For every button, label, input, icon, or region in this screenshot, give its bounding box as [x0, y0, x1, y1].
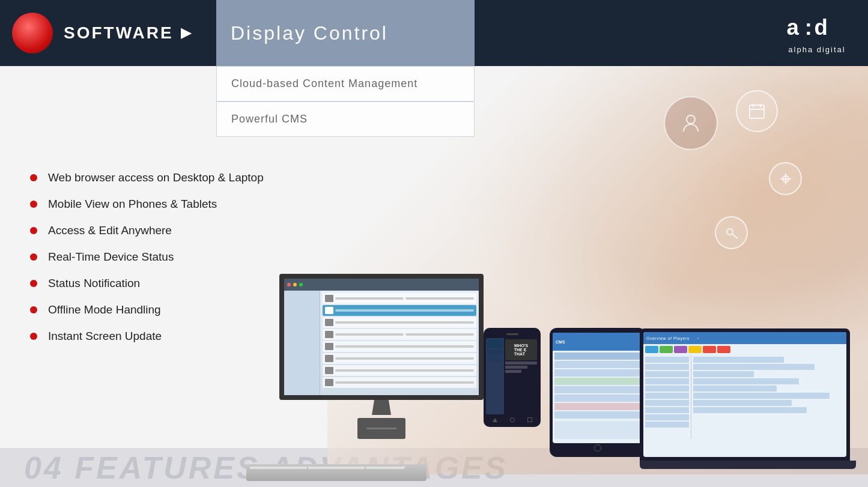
phone-home-icon [510, 417, 515, 422]
brand-logo: a : d [784, 12, 850, 42]
display-control-tab[interactable]: Display Control [216, 0, 475, 66]
touch-icon [769, 162, 802, 195]
feature-item-2: Mobile View on Phones & Tablets [30, 198, 264, 211]
feature-text-3: Access & Edit Anywhere [48, 224, 172, 237]
laptop-device: Overview of Players › [640, 328, 856, 469]
logo-area: SOFTWARE ▶ [0, 13, 216, 53]
phone-back-icon [493, 418, 497, 422]
keyboard-area [240, 464, 432, 481]
calendar-icon [736, 90, 778, 132]
tablet-device: CMS [550, 328, 652, 457]
feature-list: Web browser access on Desktop & Laptop M… [30, 171, 264, 356]
bullet-6 [30, 306, 37, 313]
logo-circle [12, 13, 53, 53]
feature-text-5: Status Notification [48, 277, 140, 290]
feature-text-1: Web browser access on Desktop & Laptop [48, 171, 264, 184]
feature-text-7: Instant Screen Update [48, 330, 162, 343]
svg-rect-4 [750, 105, 764, 118]
brand-name: alpha digital [788, 45, 845, 54]
feature-item-1: Web browser access on Desktop & Laptop [30, 171, 264, 184]
laptop-base [640, 461, 856, 469]
key-icon [715, 216, 748, 249]
phone-recent-icon [527, 417, 532, 422]
feature-item-7: Instant Screen Update [30, 330, 264, 343]
header: SOFTWARE ▶ Display Control a : d alpha d… [0, 0, 868, 66]
feature-item-5: Status Notification [30, 277, 264, 290]
feature-text-2: Mobile View on Phones & Tablets [48, 198, 217, 211]
svg-text:a: a [787, 16, 800, 40]
feature-text-4: Real-Time Device Status [48, 250, 174, 264]
monitor-stand [369, 400, 393, 415]
keyboard [246, 464, 426, 481]
monitor-box [357, 418, 405, 439]
monitor-screen [279, 274, 484, 400]
software-text: SOFTWARE [64, 23, 174, 43]
feature-item-3: Access & Edit Anywhere [30, 224, 264, 237]
feature-text-6: Offline Mode Handling [48, 303, 161, 316]
svg-point-3 [687, 115, 695, 124]
bullet-3 [30, 227, 37, 234]
software-label: SOFTWARE ▶ [64, 23, 193, 43]
bullet-2 [30, 201, 37, 208]
svg-text:d: d [814, 16, 827, 40]
bullet-4 [30, 253, 37, 261]
feature-item-4: Real-Time Device Status [30, 250, 264, 264]
bullet-5 [30, 280, 37, 287]
svg-point-9 [727, 229, 733, 235]
feature-item-6: Offline Mode Handling [30, 303, 264, 316]
vmr-icon [664, 96, 718, 150]
brand-logo-area: a : d alpha digital [784, 12, 868, 53]
bullet-1 [30, 174, 37, 181]
svg-text::: : [805, 16, 812, 40]
dropdown-container: Cloud-based Content Management Powerful … [216, 66, 475, 137]
display-control-title: Display Control [231, 22, 388, 44]
nav-area: Display Control [216, 0, 784, 66]
bullet-7 [30, 333, 37, 340]
play-icon: ▶ [181, 25, 193, 41]
dropdown-item-1[interactable]: Cloud-based Content Management [216, 66, 475, 101]
dropdown-item-2[interactable]: Powerful CMS [216, 101, 475, 137]
circles-area [538, 84, 838, 264]
mouse [402, 464, 426, 481]
svg-line-10 [732, 234, 738, 238]
desktop-monitor [270, 274, 493, 439]
phone-device: WHO'STHE ETHAT [484, 328, 544, 427]
